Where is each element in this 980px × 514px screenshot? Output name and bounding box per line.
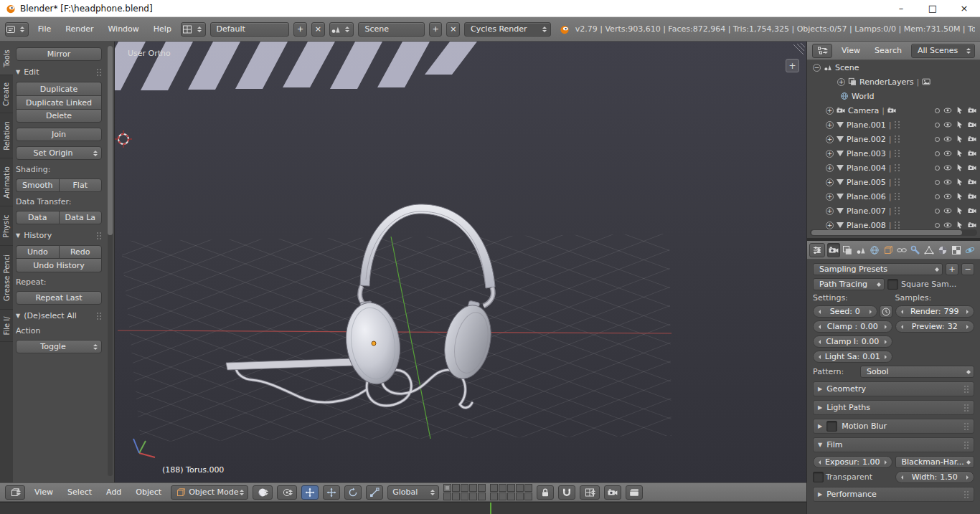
- opengl-render-button[interactable]: [604, 485, 621, 500]
- light-sampling-threshold-field[interactable]: Light Sa: 0.01: [813, 351, 892, 363]
- view-menu[interactable]: View: [29, 486, 58, 498]
- animated-seed-button[interactable]: [880, 305, 892, 318]
- outliner-search-menu[interactable]: Search: [870, 44, 907, 57]
- layer-toggle[interactable]: [461, 484, 468, 492]
- duplicate-linked-button[interactable]: Duplicate Linked: [16, 95, 102, 109]
- pixel-filter-dropdown[interactable]: Blackman-Har...: [895, 456, 975, 468]
- collapse-expander-icon[interactable]: +: [826, 135, 834, 143]
- tab-modifiers[interactable]: [909, 243, 922, 257]
- scene-name-field[interactable]: Scene: [358, 22, 424, 37]
- menu-render[interactable]: Render: [60, 23, 98, 35]
- tab-create[interactable]: Create: [0, 75, 13, 113]
- select-dot-icon[interactable]: [935, 166, 940, 171]
- layer-toggle[interactable]: [507, 492, 515, 500]
- visibility-eye-icon[interactable]: [943, 178, 952, 186]
- tab-constraints[interactable]: [895, 243, 908, 257]
- opengl-render-anim-button[interactable]: [626, 485, 643, 500]
- tab-render[interactable]: [827, 243, 840, 257]
- section-film[interactable]: ▼ Film: [813, 437, 974, 452]
- outliner-row-plane[interactable]: + Plane.003 |: [807, 146, 980, 161]
- collapse-expander-icon[interactable]: +: [826, 193, 834, 201]
- square-samples-checkbox[interactable]: [887, 279, 898, 290]
- visibility-eye-icon[interactable]: [943, 221, 952, 229]
- motion-blur-checkbox[interactable]: [826, 421, 837, 432]
- tab-world[interactable]: [868, 243, 881, 257]
- mode-dropdown[interactable]: Object Mode: [171, 485, 248, 500]
- outliner-row-plane[interactable]: + Plane.005 |: [807, 175, 980, 189]
- add-menu[interactable]: Add: [101, 486, 126, 498]
- render-samples-field[interactable]: Render: 799: [895, 305, 975, 318]
- renderable-camera-icon[interactable]: [968, 192, 976, 201]
- panel-drag-dots-icon[interactable]: [963, 385, 969, 394]
- select-dot-icon[interactable]: [935, 209, 940, 214]
- tab-relations[interactable]: Relation: [0, 113, 13, 158]
- editor-type-dropdown[interactable]: [5, 485, 25, 500]
- collapse-expander-icon[interactable]: +: [826, 222, 834, 229]
- filter-width-field[interactable]: Width: 1.50: [895, 471, 975, 483]
- viewport-shading-dropdown[interactable]: [253, 485, 273, 500]
- layer-toggle[interactable]: [516, 492, 524, 500]
- outliner-row-plane[interactable]: + Plane.006 |: [807, 189, 980, 204]
- visibility-eye-icon[interactable]: [943, 135, 952, 143]
- collapse-expander-icon[interactable]: +: [826, 164, 834, 172]
- clamp-direct-field[interactable]: Clamp : 0.00: [813, 320, 892, 333]
- visibility-eye-icon[interactable]: [943, 163, 952, 172]
- layer-toggle[interactable]: [478, 484, 486, 492]
- renderable-camera-icon[interactable]: [968, 221, 976, 229]
- set-origin-dropdown[interactable]: Set Origin: [16, 146, 102, 160]
- renderable-camera-icon[interactable]: [968, 149, 976, 158]
- panel-drag-dots-icon[interactable]: [96, 68, 102, 77]
- selectable-pointer-icon[interactable]: [956, 192, 964, 201]
- remove-preset-button[interactable]: −: [961, 263, 974, 275]
- visibility-eye-icon[interactable]: [943, 192, 952, 201]
- layer-toggle[interactable]: [507, 484, 515, 492]
- data-layout-button[interactable]: Data La: [59, 211, 103, 224]
- tool-shelf-scrollbar-thumb[interactable]: [108, 46, 113, 235]
- outliner-scrollbar-track[interactable]: [810, 229, 977, 236]
- section-performance[interactable]: ▶ Performance: [813, 487, 974, 502]
- collapse-expander-icon[interactable]: +: [826, 121, 834, 129]
- select-dot-icon[interactable]: [935, 194, 940, 199]
- collapse-expander-icon[interactable]: +: [826, 150, 834, 158]
- visibility-eye-icon[interactable]: [943, 106, 952, 115]
- 3d-cursor[interactable]: [115, 130, 132, 148]
- transparent-checkbox[interactable]: [813, 472, 824, 482]
- snap-element-dropdown[interactable]: [580, 485, 600, 500]
- outliner-row-plane[interactable]: + Plane.002 |: [807, 132, 980, 146]
- screen-layout-name-field[interactable]: Default: [210, 22, 290, 37]
- collapse-expander-icon[interactable]: +: [826, 179, 834, 186]
- delete-button[interactable]: Delete: [16, 109, 102, 123]
- add-preset-button[interactable]: +: [946, 263, 958, 275]
- properties-editor-type-dropdown[interactable]: [809, 243, 825, 257]
- panel-drag-dots-icon[interactable]: [963, 490, 969, 499]
- edit-panel-header[interactable]: ▼ Edit: [16, 67, 102, 77]
- pivot-point-dropdown[interactable]: [277, 485, 297, 500]
- outliner-row-camera[interactable]: + Camera |: [807, 103, 980, 118]
- panel-drag-dots-icon[interactable]: [96, 232, 102, 240]
- object-menu[interactable]: Object: [131, 486, 166, 498]
- close-scene-button[interactable]: ×: [446, 22, 460, 37]
- outliner-scope-dropdown[interactable]: All Scenes: [911, 44, 975, 58]
- renderable-camera-icon[interactable]: [968, 178, 976, 186]
- info-editor-type-dropdown[interactable]: [5, 22, 29, 37]
- duplicate-button[interactable]: Duplicate: [16, 82, 102, 95]
- translate-manipulator-button[interactable]: [323, 485, 340, 500]
- data-button[interactable]: Data: [16, 211, 59, 224]
- section-light-paths[interactable]: ▶ Light Paths: [813, 400, 974, 415]
- tab-texture[interactable]: [950, 243, 963, 257]
- layer-toggle[interactable]: [461, 492, 468, 500]
- layer-toggle[interactable]: [499, 492, 507, 500]
- screen-layout-browse-button[interactable]: [181, 22, 206, 37]
- tab-scene[interactable]: [854, 243, 867, 257]
- preview-samples-field[interactable]: Preview: 32: [895, 320, 975, 333]
- repeat-last-button[interactable]: Repeat Last: [16, 291, 102, 305]
- tab-object-data[interactable]: [923, 243, 936, 257]
- close-button[interactable]: ×: [948, 0, 980, 16]
- layer-toggle[interactable]: [524, 484, 532, 492]
- panel-drag-dots-icon[interactable]: [963, 404, 969, 412]
- select-dot-icon[interactable]: [935, 180, 940, 185]
- redo-button[interactable]: Redo: [59, 245, 103, 259]
- selectable-pointer-icon[interactable]: [956, 149, 964, 158]
- collapse-expander-icon[interactable]: +: [826, 107, 834, 115]
- tab-material[interactable]: [936, 243, 949, 257]
